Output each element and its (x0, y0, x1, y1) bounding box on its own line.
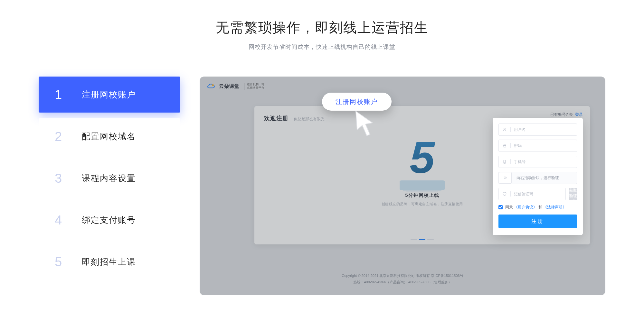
svg-point-1 (504, 128, 506, 130)
preview-footer: Copyright © 2014-2021.北京昱新科技有限公司 版权所有 京I… (200, 273, 605, 286)
step-1[interactable]: 1 注册网校账户 (39, 77, 180, 113)
preview-brand: 云朵课堂 教育机构一站式服务云平台 (207, 82, 264, 90)
carousel-dots[interactable] (411, 239, 434, 240)
step-label: 注册网校账户 (82, 89, 136, 100)
captcha-slider[interactable]: 向右拖动滑块，进行验证 (498, 172, 577, 184)
step-5[interactable]: 5 即刻招生上课 (39, 244, 180, 280)
hero-subtitle: 网校开发节省时间成本，快速上线机构自己的线上课堂 (0, 43, 644, 51)
have-account: 已有账号? 去 登录 (550, 112, 583, 117)
step-2[interactable]: 2 配置网校域名 (39, 118, 180, 154)
cursor-arrow-icon (353, 109, 375, 138)
login-link[interactable]: 登录 (575, 112, 583, 117)
preview-panel: 云朵课堂 教育机构一站式服务云平台 欢迎注册 你总是那么有眼光~ 已有账号? 去… (200, 77, 605, 295)
agree-checkbox[interactable] (498, 205, 503, 209)
step-number: 5 (55, 255, 74, 269)
register-button[interactable]: 注册 (498, 215, 577, 228)
cloud-logo-icon (207, 82, 216, 90)
password-field[interactable] (498, 140, 577, 152)
shield-icon (502, 191, 507, 197)
welcome-title: 欢迎注册 (264, 114, 289, 122)
password-input[interactable] (514, 143, 573, 148)
step-number: 4 (55, 213, 74, 227)
big-five: 5 (410, 135, 435, 180)
get-code-button[interactable]: 获取验证码 (569, 188, 577, 200)
double-arrow-icon (503, 175, 508, 180)
tip-pill: 注册网校账户 (322, 93, 392, 111)
phone-icon (502, 159, 507, 164)
svg-point-4 (504, 163, 505, 163)
step-number: 2 (55, 129, 74, 144)
step-label: 配置网校域名 (82, 131, 136, 142)
step-label: 即刻招生上课 (82, 256, 136, 268)
step-number: 3 (55, 171, 74, 186)
sms-code-input[interactable] (514, 192, 562, 196)
step-number: 1 (55, 87, 74, 102)
welcome-slogan: 你总是那么有眼光~ (294, 116, 327, 122)
user-icon (502, 127, 507, 132)
username-field[interactable] (498, 123, 577, 136)
slider-text: 向右拖动滑块，进行验证 (516, 175, 559, 181)
slider-handle[interactable] (499, 172, 512, 184)
phone-field[interactable] (498, 156, 577, 168)
step-label: 绑定支付账号 (82, 215, 136, 226)
step-3[interactable]: 3 课程内容设置 (39, 160, 180, 196)
register-form: 向右拖动滑块，进行验证 获取验证码 同意 《用户协议》 和 《法律声明》 (493, 118, 583, 235)
username-input[interactable] (514, 127, 573, 132)
phone-input[interactable] (514, 160, 573, 164)
step-label: 课程内容设置 (82, 173, 136, 184)
hero-title: 无需繁琐操作，即刻线上运营招生 (0, 19, 644, 37)
brand-name: 云朵课堂 (219, 83, 240, 89)
sms-code-field[interactable] (498, 188, 566, 200)
svg-rect-2 (503, 145, 506, 147)
step-4[interactable]: 4 绑定支付账号 (39, 202, 180, 238)
agree-row[interactable]: 同意 《用户协议》 和 《法律声明》 (498, 205, 577, 210)
lock-icon (502, 143, 507, 148)
step-list: 1 注册网校账户 2 配置网校域名 3 课程内容设置 4 绑定支付账号 5 即刻… (39, 77, 180, 295)
legal-statement-link[interactable]: 《法律声明》 (543, 205, 566, 209)
user-agreement-link[interactable]: 《用户协议》 (514, 205, 537, 209)
stack-illustration (400, 176, 445, 187)
svg-point-0 (212, 84, 214, 86)
brand-tagline: 教育机构一站式服务云平台 (244, 83, 264, 90)
